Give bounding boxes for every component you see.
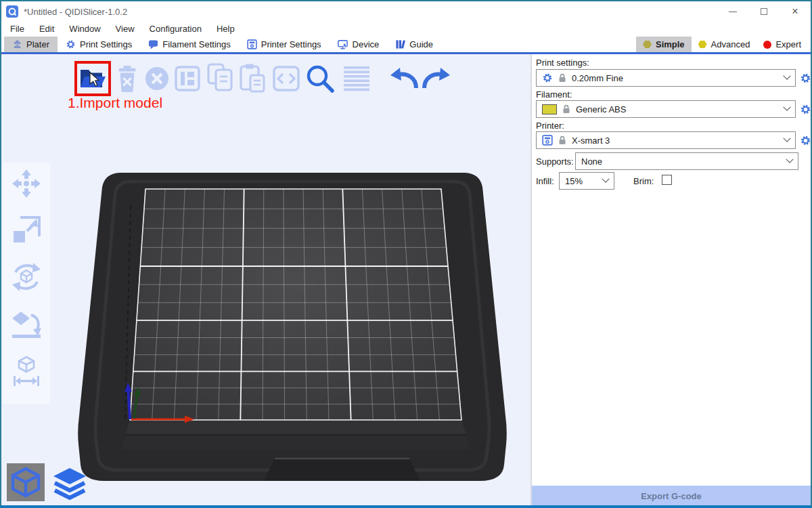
tab-printer-settings[interactable]: Printer Settings (239, 37, 330, 52)
print-settings-gear-button[interactable] (800, 72, 811, 84)
mode-simple[interactable]: Simple (636, 37, 692, 52)
filament-icon (148, 39, 158, 49)
menu-configuration[interactable]: Configuration (142, 22, 209, 37)
paste-button[interactable] (238, 62, 268, 93)
tab-label: Plater (26, 39, 49, 49)
copy-button[interactable] (206, 62, 235, 93)
mode-label: Simple (656, 39, 685, 49)
close-icon: × (792, 5, 798, 18)
left-toolbar (3, 163, 50, 404)
printer-bed (66, 165, 519, 490)
tab-device[interactable]: Device (330, 37, 388, 52)
redo-button[interactable] (421, 64, 452, 93)
3d-view-button[interactable] (7, 463, 45, 501)
tab-label: Printer Settings (261, 39, 321, 49)
tab-label: Filament Settings (162, 39, 230, 49)
printer-preset-value: X-smart 3 (572, 135, 779, 146)
menu-file[interactable]: File (3, 22, 32, 37)
menu-help[interactable]: Help (209, 22, 242, 37)
app-window: *Untitled - QIDISlicer-1.0.2 × File Edit… (0, 0, 812, 508)
supports-combo[interactable]: None (575, 152, 798, 170)
scale-button[interactable] (11, 215, 42, 246)
simple-hexagon-icon (643, 41, 652, 49)
device-icon (338, 39, 348, 49)
rotate-button[interactable] (11, 261, 42, 293)
infill-value: 15% (565, 176, 597, 186)
search-button[interactable] (303, 62, 337, 95)
app-logo-icon (6, 5, 18, 18)
menu-window[interactable]: Window (62, 22, 108, 37)
window-title: *Untitled - QIDISlicer-1.0.2 (24, 7, 127, 17)
chevron-down-icon (786, 156, 793, 163)
mode-label: Advanced (711, 39, 750, 49)
print-settings-label: Print settings: (536, 58, 589, 68)
printer-icon (247, 39, 257, 49)
settings-panel: Print settings: 0.20mm Fine (532, 54, 811, 507)
printer-icon (542, 135, 553, 146)
annotation-import-model: 1.Import model (68, 95, 162, 111)
brim-checkbox[interactable] (662, 175, 672, 185)
move-button[interactable] (11, 168, 42, 199)
chevron-down-icon (783, 135, 790, 142)
infill-label: Infill: (536, 176, 554, 186)
tab-bar: Plater Print Settings Filament Settings (1, 37, 811, 52)
tab-filament-settings[interactable]: Filament Settings (140, 37, 238, 52)
filament-label: Filament: (536, 89, 572, 100)
menu-view[interactable]: View (108, 22, 142, 37)
maximize-button[interactable] (748, 1, 780, 22)
chevron-down-icon (783, 72, 790, 80)
printer-settings-gear-button[interactable] (800, 135, 811, 146)
chevron-down-icon (602, 175, 609, 183)
close-button[interactable]: × (780, 1, 811, 22)
mouse-cursor-icon (89, 72, 100, 87)
tab-label: Guide (409, 39, 433, 49)
filament-color-swatch (542, 104, 557, 114)
guide-icon (395, 39, 405, 49)
supports-value: None (581, 156, 782, 167)
undo-button[interactable] (388, 64, 420, 93)
supports-label: Supports: (536, 156, 574, 167)
tab-guide[interactable]: Guide (387, 37, 441, 52)
infill-combo[interactable]: 15% (559, 172, 614, 190)
delete-button[interactable] (114, 64, 141, 93)
printer-preset-combo[interactable]: X-smart 3 (536, 131, 796, 149)
delete-all-button[interactable] (143, 64, 171, 93)
tab-plater[interactable]: Plater (4, 37, 58, 52)
minimize-button[interactable] (717, 1, 748, 22)
mode-advanced[interactable]: Advanced (692, 37, 757, 52)
filament-preset-value: Generic ABS (576, 104, 779, 114)
print-preset-value: 0.20mm Fine (572, 73, 779, 83)
filament-settings-gear-button[interactable] (800, 104, 811, 115)
lock-icon (558, 135, 566, 145)
advanced-hexagon-icon (698, 41, 707, 49)
title-bar: *Untitled - QIDISlicer-1.0.2 × (1, 1, 811, 22)
mode-label: Expert (775, 39, 801, 49)
filament-preset-combo[interactable]: Generic ABS (536, 100, 796, 118)
minimize-icon (729, 12, 737, 12)
brim-label: Brim: (633, 176, 654, 186)
3d-viewport[interactable]: 1.Import model (1, 54, 531, 507)
menu-bar: File Edit Window View Configuration Help (1, 22, 811, 37)
layers-preview-button[interactable] (50, 465, 89, 503)
plater-icon (12, 39, 22, 49)
place-on-face-button[interactable] (11, 308, 42, 339)
expert-circle-icon (763, 41, 771, 49)
layers-list-button[interactable] (341, 64, 372, 93)
printer-label: Printer: (536, 121, 564, 131)
export-gcode-button[interactable]: Export G-code (532, 486, 811, 506)
mode-expert[interactable]: Expert (757, 37, 808, 52)
maximize-icon (761, 8, 767, 15)
tab-label: Device (353, 39, 380, 49)
arrange-button[interactable] (173, 64, 202, 93)
tab-label: Print Settings (80, 39, 132, 49)
gear-icon (542, 72, 553, 83)
chevron-down-icon (783, 104, 790, 111)
menu-edit[interactable]: Edit (32, 22, 62, 37)
lock-icon (558, 73, 566, 83)
lock-icon (562, 104, 570, 114)
gear-icon (66, 39, 76, 49)
tab-print-settings[interactable]: Print Settings (58, 37, 140, 52)
measure-button[interactable] (11, 355, 42, 386)
print-preset-combo[interactable]: 0.20mm Fine (536, 69, 796, 87)
split-button[interactable] (272, 64, 300, 93)
